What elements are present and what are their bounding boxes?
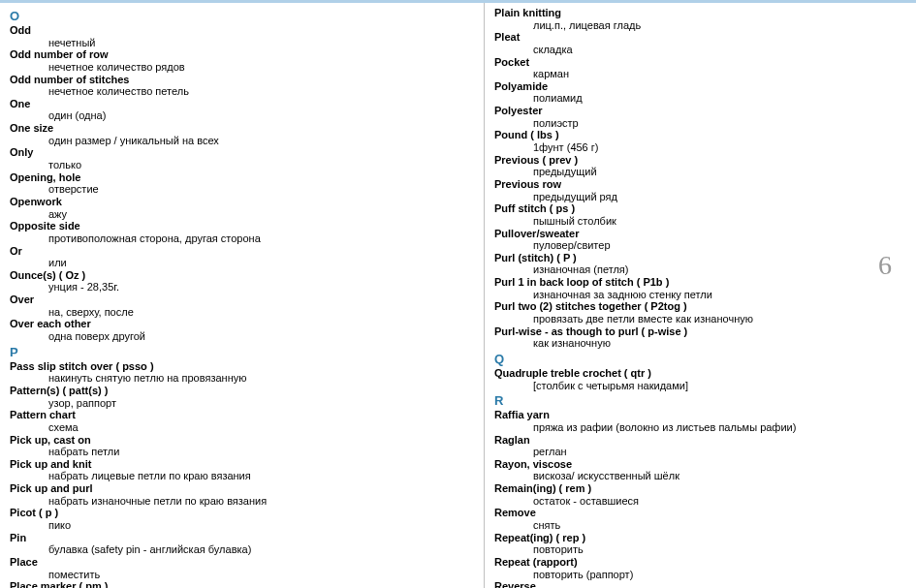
entry-term: Opposite side <box>10 220 474 232</box>
left-column: OOddнечетныйOdd number of rowнечетное ко… <box>0 3 485 588</box>
entry-term: Pin <box>10 532 474 544</box>
entry-definition: карман <box>494 68 863 80</box>
entry-term: Reverse <box>494 580 863 588</box>
dictionary-page: OOddнечетныйOdd number of rowнечетное ко… <box>0 0 916 588</box>
entry-term: Place <box>10 556 474 569</box>
dictionary-entry: Pleatскладка <box>494 31 863 55</box>
dictionary-entry: Repeat(ing) ( rep )повторить <box>494 532 863 556</box>
entry-definition: остаток - оставшиеся <box>494 495 863 508</box>
entry-term: Pleat <box>494 31 863 44</box>
dictionary-entry: Odd number of stitchesнечетное количеств… <box>10 74 474 98</box>
dictionary-entry: Repeat (rapport)повторить (раппорт) <box>494 556 863 580</box>
dictionary-entry: Orили <box>10 245 474 269</box>
entry-definition: снять <box>494 519 863 532</box>
dictionary-entry: Raglanреглан <box>494 434 863 458</box>
entry-definition: полиамид <box>494 92 863 105</box>
entry-term: Raffia yarn <box>494 409 863 421</box>
dictionary-entry: Overна, сверху, после <box>10 294 474 318</box>
entry-term: Pocket <box>494 56 863 69</box>
entry-term: Pattern chart <box>10 409 474 421</box>
entry-definition: противоположная сторона, другая сторона <box>10 232 474 245</box>
dictionary-entry: Opening, holeотверстие <box>10 171 474 196</box>
entry-term: Pick up and knit <box>10 458 474 471</box>
entry-term: Polyamide <box>494 80 863 93</box>
entry-term: Pass slip stitch over ( psso ) <box>10 360 474 373</box>
entry-definition: набрать петли <box>10 446 474 458</box>
entry-term: Picot ( p ) <box>10 507 474 519</box>
page-number: 6 <box>878 250 892 281</box>
entry-definition: реглан <box>494 446 863 458</box>
dictionary-entry: Odd number of rowнечетное количество ряд… <box>10 48 474 73</box>
entry-definition: нечетное количество рядов <box>10 61 474 74</box>
dictionary-entry: Purl two (2) stitches together ( P2tog )… <box>494 300 863 325</box>
entry-definition: только <box>10 159 474 171</box>
entry-definition: один (одна) <box>10 109 474 122</box>
entry-definition: на, сверху, после <box>10 306 474 319</box>
entry-definition: [столбик с четырьмя накидами] <box>494 380 863 392</box>
dictionary-entry: Removeснять <box>494 507 863 531</box>
dictionary-entry: Polyesterполиэстр <box>494 105 863 129</box>
dictionary-entry: Opposite sideпротивоположная сторона, др… <box>10 220 474 244</box>
entry-term: One <box>10 98 474 110</box>
entry-term: Repeat (rapport) <box>494 556 863 569</box>
dictionary-entry: Pick up, cast onнабрать петли <box>10 434 474 458</box>
dictionary-entry: Purl 1 in back loop of stitch ( P1b )изн… <box>494 276 863 300</box>
dictionary-entry: Pocketкарман <box>494 56 863 80</box>
entry-term: Place marker ( pm ) <box>10 580 474 588</box>
dictionary-entry: Rayon, viscoseвискоза/ искусственный шёл… <box>494 458 863 482</box>
entry-term: Puff stitch ( ps ) <box>494 202 863 215</box>
entry-definition: пико <box>10 519 474 532</box>
dictionary-entry: Purl (stitch) ( P )изнаночная (петля) <box>494 252 863 276</box>
dictionary-entry: Picot ( p )пико <box>10 507 474 531</box>
entry-definition: изнаночная (петля) <box>494 263 863 276</box>
entry-definition: как изнаночную <box>494 337 863 350</box>
entry-term: Odd number of stitches <box>10 74 474 86</box>
dictionary-entry: Pinбулавка (safety pin - английская була… <box>10 532 474 556</box>
entry-definition: поместить <box>10 569 474 581</box>
dictionary-entry: Pattern(s) ( patt(s) )узор, раппорт <box>10 385 474 409</box>
entry-term: Opening, hole <box>10 171 474 184</box>
entry-definition: узор, раппорт <box>10 397 474 410</box>
dictionary-entry: Pick up and purlнабрать изнаночные петли… <box>10 482 474 507</box>
entry-term: Remain(ing) ( rem ) <box>494 482 863 495</box>
dictionary-entry: Ounce(s) ( Oz )унция - 28,35г. <box>10 269 474 294</box>
entry-definition: пышный столбик <box>494 215 863 228</box>
entry-definition: набрать изнаночные петли по краю вязания <box>10 495 474 508</box>
entry-term: Over each other <box>10 318 474 330</box>
section-letter: Q <box>494 352 863 366</box>
entry-term: Pound ( lbs ) <box>494 129 863 141</box>
entry-term: Odd number of row <box>10 48 474 61</box>
entry-term: Purl two (2) stitches together ( P2tog ) <box>494 300 863 313</box>
entry-definition: один размер / уникальный на всех <box>10 135 474 147</box>
entry-term: Pullover/sweater <box>494 228 863 240</box>
dictionary-entry: Pick up and knitнабрать лицевые петли по… <box>10 458 474 482</box>
entry-definition: отверстие <box>10 183 474 196</box>
dictionary-entry: One sizeодин размер / уникальный на всех <box>10 122 474 146</box>
entry-term: Purl 1 in back loop of stitch ( P1b ) <box>494 276 863 289</box>
dictionary-entry: Oneодин (одна) <box>10 98 474 122</box>
dictionary-entry: Pullover/sweaterпуловер/свитер <box>494 228 863 252</box>
entry-definition: нечетный <box>10 37 474 49</box>
entry-term: Quadruple treble crochet ( qtr ) <box>494 367 863 380</box>
dictionary-entry: Pass slip stitch over ( psso )накинуть с… <box>10 360 474 385</box>
entry-term: Polyester <box>494 105 863 117</box>
section-letter: O <box>10 9 474 23</box>
section-letter: P <box>10 345 474 359</box>
dictionary-entry: Over each otherодна поверх другой <box>10 318 474 342</box>
entry-definition: складка <box>494 44 863 56</box>
entry-term: Ounce(s) ( Oz ) <box>10 269 474 282</box>
entry-definition: лиц.п., лицевая гладь <box>494 19 863 32</box>
entry-term: Openwork <box>10 196 474 208</box>
entry-definition: пуловер/свитер <box>494 239 863 252</box>
entry-definition: изнаночная за заднюю стенку петли <box>494 289 863 301</box>
entry-definition: унция - 28,35г. <box>10 281 474 294</box>
entry-definition: предыдущий <box>494 166 863 178</box>
entry-definition: предыдущий ряд <box>494 191 863 203</box>
dictionary-entry: Polyamideполиамид <box>494 80 863 105</box>
entry-term: Pick up, cast on <box>10 434 474 447</box>
dictionary-entry: Onlyтолько <box>10 146 474 170</box>
entry-definition: набрать лицевые петли по краю вязания <box>10 470 474 482</box>
dictionary-entry: Previous rowпредыдущий ряд <box>494 178 863 202</box>
dictionary-entry: Puff stitch ( ps )пышный столбик <box>494 202 863 227</box>
entry-term: Repeat(ing) ( rep ) <box>494 532 863 544</box>
